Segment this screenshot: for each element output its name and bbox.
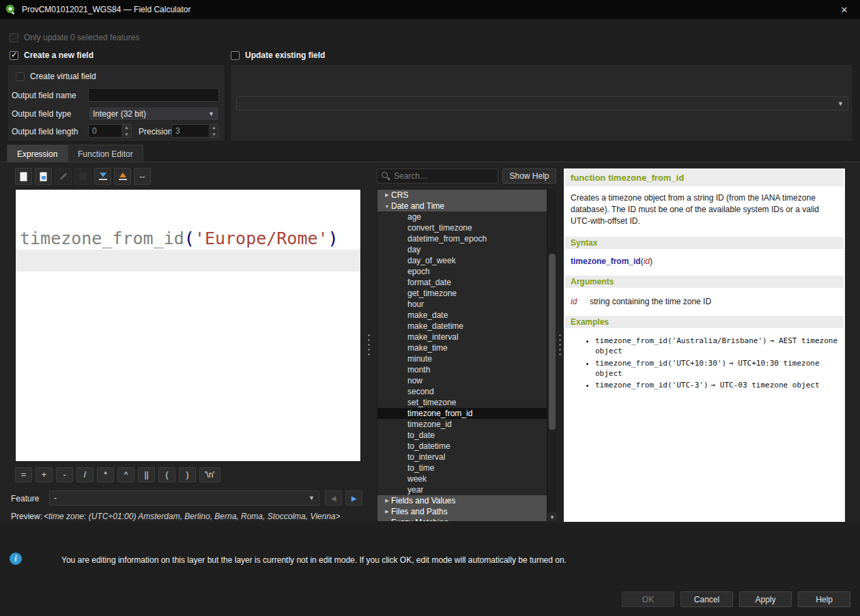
function-tree-row[interactable]: now: [377, 375, 556, 386]
function-name: hour: [407, 299, 424, 309]
previous-feature-button[interactable]: ◀: [325, 490, 342, 505]
function-tree-row[interactable]: week: [377, 473, 556, 484]
expression-code-editor[interactable]: timezone_from_id('Europe/Rome'): [15, 189, 361, 462]
spin-up-icon[interactable]: ▲: [210, 125, 218, 132]
function-tree-row[interactable]: datetime_from_epoch: [377, 233, 556, 244]
function-tree-row[interactable]: month: [377, 364, 556, 375]
function-tree-row[interactable]: make_datetime: [377, 321, 556, 332]
function-tree-row[interactable]: to_interval: [377, 452, 556, 463]
tree-expand-icon[interactable]: ▶: [383, 498, 391, 503]
function-tree-row[interactable]: format_date: [377, 277, 556, 288]
operator-button[interactable]: ^: [117, 467, 134, 482]
operator-button[interactable]: -: [56, 467, 73, 482]
splitter-handle[interactable]: [558, 333, 562, 356]
new-expression-button[interactable]: [15, 168, 32, 185]
edit-expression-button[interactable]: [55, 168, 72, 185]
function-tree-row[interactable]: timezone_id: [377, 419, 556, 430]
function-tree-row[interactable]: day: [377, 244, 556, 255]
operator-button[interactable]: ||: [138, 467, 155, 482]
spin-down-icon[interactable]: ▼: [122, 132, 131, 138]
tree-expand-icon[interactable]: ▶: [383, 520, 391, 522]
operator-button[interactable]: *: [97, 467, 114, 482]
function-tree-row[interactable]: year: [377, 484, 556, 495]
precision-spinner[interactable]: 3 ▲▼: [171, 124, 219, 138]
spin-up-icon[interactable]: ▲: [122, 125, 131, 132]
tab-function-editor[interactable]: Function Editor: [68, 145, 143, 162]
chevron-down-icon: ▼: [208, 111, 214, 117]
precision-value: 3: [172, 125, 209, 137]
argument-description: string containing the time zone ID: [590, 297, 711, 306]
tree-scrollbar-track[interactable]: ▼: [547, 189, 556, 522]
function-name: datetime_from_epoch: [407, 234, 487, 244]
function-tree-row[interactable]: make_time: [377, 342, 556, 353]
example-item: timezone_from_id('Australia/Brisbane')→ …: [595, 336, 840, 357]
chevron-down-icon: ▼: [309, 495, 315, 501]
operator-button[interactable]: +: [35, 467, 53, 482]
function-tree-row[interactable]: to_datetime: [377, 441, 556, 452]
function-tree-row[interactable]: ▶ Fuzzy Matching: [377, 517, 556, 522]
operator-button[interactable]: '\n': [199, 467, 220, 482]
save-expression-button[interactable]: [35, 168, 52, 185]
feature-combo[interactable]: - ▼: [49, 490, 319, 505]
function-tree-row[interactable]: ▶ CRS: [377, 190, 556, 201]
function-tree-row[interactable]: hour: [377, 299, 556, 310]
save-document-icon: [40, 172, 47, 181]
function-tree-row[interactable]: second: [377, 386, 556, 397]
function-tree-row[interactable]: epoch: [377, 266, 556, 277]
operator-button[interactable]: ): [179, 467, 196, 482]
delete-expression-button[interactable]: [74, 168, 91, 185]
tab-expression[interactable]: Expression: [7, 145, 68, 162]
create-new-field-checkbox[interactable]: [10, 51, 18, 60]
function-name: get_timezone: [407, 289, 457, 298]
feature-label: Feature: [11, 494, 39, 503]
function-tree-row[interactable]: ▼ Date and Time: [377, 201, 556, 211]
tree-scrollbar-thumb[interactable]: [549, 254, 556, 430]
tree-expand-icon[interactable]: ▼: [383, 204, 391, 209]
tree-expand-icon[interactable]: ▶: [383, 192, 391, 198]
dialog-button[interactable]: Apply: [739, 591, 792, 607]
output-field-length-spinner[interactable]: 0 ▲▼: [88, 124, 132, 138]
function-tree-row[interactable]: age: [377, 211, 556, 222]
tab-label: Function Editor: [78, 149, 133, 159]
create-virtual-field-checkbox[interactable]: [16, 72, 25, 81]
function-tree-row[interactable]: day_of_week: [377, 255, 556, 266]
function-tree-row[interactable]: make_interval: [377, 332, 556, 342]
output-field-length-value: 0: [89, 125, 121, 137]
output-field-type-label: Output field type: [12, 109, 71, 119]
show-help-button[interactable]: Show Help: [502, 168, 556, 184]
operator-button[interactable]: =: [15, 467, 32, 482]
existing-field-combo[interactable]: ▼: [236, 96, 848, 111]
operator-button[interactable]: (: [158, 467, 175, 482]
dialog-button[interactable]: Cancel: [680, 591, 733, 607]
dialog-button[interactable]: Help: [798, 591, 850, 607]
spinner-arrows[interactable]: ▲▼: [209, 125, 218, 137]
scroll-down-button[interactable]: ▼: [547, 512, 557, 522]
close-icon[interactable]: ✕: [834, 0, 855, 19]
next-feature-button[interactable]: ▶: [345, 490, 362, 505]
splitter-handle[interactable]: [367, 333, 371, 356]
dialog-button[interactable]: OK: [622, 591, 674, 607]
tree-expand-icon[interactable]: ▶: [383, 509, 391, 514]
function-tree-row[interactable]: ▶ Fields and Values: [377, 495, 556, 506]
search-input[interactable]: [377, 168, 498, 184]
function-tree-row[interactable]: get_timezone: [377, 288, 556, 299]
function-tree-row[interactable]: timezone_from_id: [377, 408, 556, 419]
function-tree-row[interactable]: ▶ Files and Paths: [377, 506, 556, 517]
function-tree-row[interactable]: set_timezone: [377, 397, 556, 408]
function-tree-row[interactable]: convert_timezone: [377, 222, 556, 233]
function-tree-row[interactable]: minute: [377, 353, 556, 364]
spin-down-icon[interactable]: ▼: [210, 132, 218, 138]
output-field-type-combo[interactable]: Integer (32 bit) ▼: [88, 106, 219, 121]
comment-button[interactable]: --: [134, 168, 151, 185]
spinner-arrows[interactable]: ▲▼: [121, 125, 131, 137]
output-field-name-input[interactable]: [88, 88, 219, 102]
only-update-selected-checkbox[interactable]: [10, 33, 18, 42]
function-tree-row[interactable]: to_date: [377, 430, 556, 441]
function-tree-row[interactable]: make_date: [377, 310, 556, 321]
import-expressions-button[interactable]: [94, 168, 111, 185]
export-expressions-button[interactable]: [114, 168, 131, 185]
function-name: epoch: [407, 267, 430, 276]
operator-button[interactable]: /: [76, 467, 94, 482]
function-tree-row[interactable]: to_time: [377, 463, 556, 473]
update-existing-field-checkbox[interactable]: [231, 51, 240, 60]
